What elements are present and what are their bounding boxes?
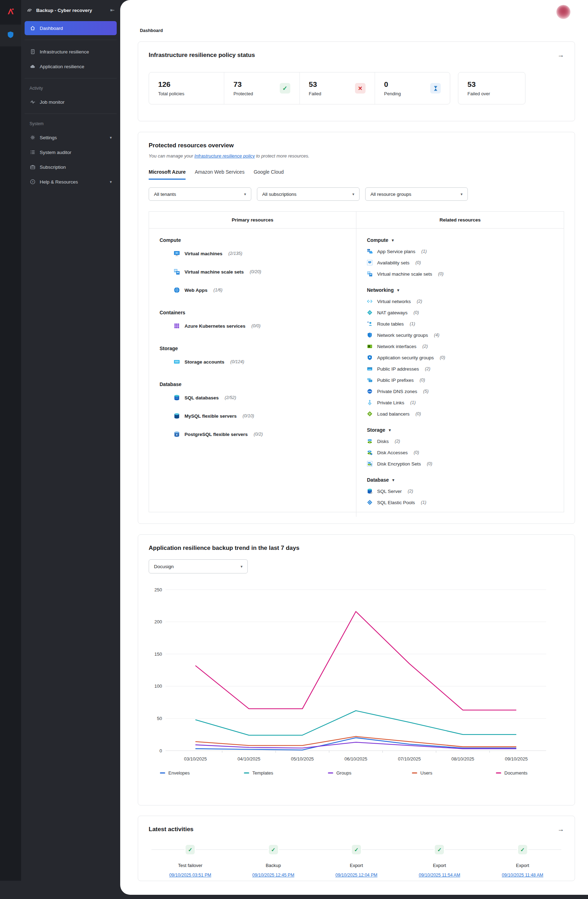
activity-datetime-link[interactable]: 09/10/2025 11:48 AM: [502, 873, 543, 877]
resource-item-count: (0): [440, 355, 445, 360]
activity-item: ✓Backup09/10/2025 12:45 PM: [231, 845, 315, 877]
infrastructure-resilience-policy-link[interactable]: Infrastructure resilience policy: [194, 153, 255, 159]
resource-group: ContainersAzure Kubernetes services(0/0): [160, 310, 346, 335]
resource-item-label: Disks: [377, 439, 389, 444]
briefcase-icon: [29, 164, 35, 170]
activity-datetime-link[interactable]: 09/10/2025 12:04 PM: [335, 873, 378, 877]
resource-group: Database▾SQL Server(2)SQL Elastic Pools(…: [367, 477, 553, 508]
stat-value: 0: [384, 80, 401, 89]
latest-activities-title: Latest activities: [149, 826, 194, 833]
check-icon: ✓: [352, 845, 361, 854]
filter-select-all-tenants[interactable]: All tenants▾: [149, 187, 251, 201]
sidebar-item-system-auditor[interactable]: System auditor: [25, 145, 117, 159]
network-interfaces-icon: [367, 343, 373, 349]
tab-microsoft-azure[interactable]: Microsoft Azure: [149, 169, 185, 180]
sidebar-item-label: Subscription: [40, 165, 112, 170]
activity-datetime-link[interactable]: 09/10/2025 03:51 PM: [169, 873, 211, 877]
sidebar-item-infrastructure-resilience[interactable]: Infrastructure resilience: [25, 45, 117, 59]
legend-item-templates[interactable]: Templates: [244, 770, 328, 775]
sidebar-divider: [25, 78, 117, 79]
activity-name: Export: [516, 863, 529, 868]
legend-label: Groups: [336, 770, 352, 775]
backup-trend-chart: 05010015020025003/10/202504/10/202505/10…: [149, 581, 554, 768]
arrow-right-icon[interactable]: →: [557, 826, 564, 833]
activity-item: ✓Export09/10/2025 12:04 PM: [315, 845, 398, 877]
sidebar-item-subscription[interactable]: Subscription: [25, 160, 117, 174]
chevron-down-icon: ▾: [352, 192, 354, 196]
recovery-arcs-icon: [27, 8, 33, 13]
sidebar-item-dashboard[interactable]: Dashboard: [25, 21, 117, 35]
resource-group: Compute▾App Service plans(1)Availability…: [367, 237, 553, 280]
tab-amazon-web-services[interactable]: Amazon Web Services: [195, 169, 244, 180]
sidebar-item-job-monitor[interactable]: Job monitor: [25, 95, 117, 109]
filter-select-all-subscriptions[interactable]: All subscriptions▾: [257, 187, 360, 201]
primary-resources-column: ComputeVirtual machines(2/135)Virtual ma…: [149, 229, 357, 517]
stat-value: 126: [158, 80, 184, 89]
resource-item: Network security groups(4): [367, 329, 553, 341]
resource-group-name: Containers: [160, 310, 346, 315]
policy-status-title: Infrastructure resilience policy status: [149, 52, 255, 59]
arrow-right-icon[interactable]: →: [557, 52, 564, 59]
resources-title: Protected resources overview: [149, 142, 564, 149]
resource-group-name[interactable]: Database▾: [367, 477, 553, 483]
main-panel: Dashboard Infrastructure resilience poli…: [120, 0, 588, 895]
resource-item-label: Public IP addresses: [377, 366, 419, 372]
sidebar-item-label: Job monitor: [40, 99, 112, 105]
legend-item-envelopes[interactable]: Envelopes: [160, 770, 244, 775]
sidebar-section-header: Activity: [21, 83, 120, 94]
sidebar-item-help-resources[interactable]: ?Help & Resources▾: [25, 175, 117, 189]
avatar[interactable]: [556, 5, 570, 19]
resource-group-name[interactable]: Compute▾: [367, 237, 553, 243]
resource-item-count: (2/52): [225, 395, 236, 400]
resource-item: Azure Kubernetes services(0/0): [160, 317, 346, 335]
resource-group-name[interactable]: Networking▾: [367, 287, 553, 293]
legend-item-documents[interactable]: Documents: [496, 770, 580, 775]
resource-item: Disk Encryption Sets(0): [367, 458, 553, 470]
resource-item: Virtual networks(2): [367, 296, 553, 307]
activity-datetime-link[interactable]: 09/10/2025 12:45 PM: [252, 873, 295, 877]
svg-text:250: 250: [154, 587, 162, 592]
tab-google-cloud[interactable]: Google Cloud: [254, 169, 284, 180]
filter-select-value: All resource groups: [370, 192, 411, 197]
filter-select-all-resource-groups[interactable]: All resource groups▾: [365, 187, 468, 201]
activity-name: Test failover: [178, 863, 202, 868]
kubernetes-icon: [174, 323, 180, 329]
disk-encryption-sets-icon: [367, 461, 373, 466]
rail-item-cyber-protection[interactable]: [0, 25, 21, 46]
resource-item: Private Links(1): [367, 397, 553, 408]
resource-item-count: (1/6): [213, 287, 222, 292]
related-resources-column: Compute▾App Service plans(1)Availability…: [357, 229, 564, 517]
resource-item-label: Application security groups: [377, 355, 434, 360]
svg-text:200: 200: [154, 619, 162, 624]
resource-group-name[interactable]: Storage▾: [367, 427, 553, 433]
resource-group: StorageStorage accounts(0/124): [160, 346, 346, 371]
app-window: Backup - Cyber recovery ⇤ DashboardInfra…: [0, 0, 588, 899]
resource-item-count: (0/10): [242, 414, 254, 419]
application-select[interactable]: Docusign ▾: [149, 559, 248, 573]
svg-text:09/10/2025: 09/10/2025: [505, 756, 528, 762]
chevron-down-icon: ▾: [392, 238, 394, 243]
collapse-sidebar-icon[interactable]: ⇤: [110, 7, 114, 13]
activity-name: Export: [433, 863, 446, 868]
resource-item: Disks(2): [367, 436, 553, 447]
resource-item-count: (0): [415, 260, 421, 265]
resource-item-label: Virtual machines: [185, 251, 222, 256]
activity-name: Backup: [266, 863, 281, 868]
disks-icon: [367, 439, 373, 444]
resource-item-label: Public IP prefixes: [377, 378, 414, 383]
disk-accesses-icon: [367, 450, 373, 455]
sidebar-item-settings[interactable]: Settings▾: [25, 130, 117, 145]
legend-item-groups[interactable]: Groups: [328, 770, 412, 775]
sidebar-item-application-resilience[interactable]: Application resilience: [25, 59, 117, 74]
resource-item-label: MySQL flexible servers: [185, 414, 236, 419]
load-balancers-icon: [367, 411, 373, 417]
filter-select-value: All tenants: [154, 192, 176, 197]
legend-label: Envelopes: [168, 770, 190, 775]
resource-item-label: Availability sets: [377, 260, 409, 266]
availability-sets-icon: [367, 260, 373, 266]
resource-item-count: (2): [423, 344, 428, 349]
legend-item-users[interactable]: Users: [412, 770, 496, 775]
storage-accounts-icon: [174, 358, 180, 365]
resource-item-label: Virtual machine scale sets: [377, 272, 432, 277]
activity-datetime-link[interactable]: 09/10/2025 11:54 AM: [418, 873, 460, 877]
